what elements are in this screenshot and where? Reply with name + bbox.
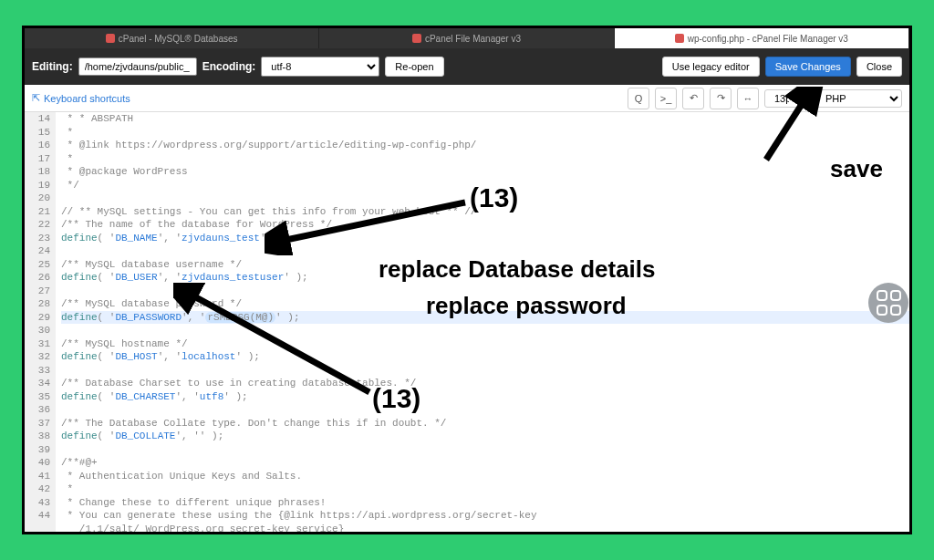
tab-label: cPanel - MySQL® Databases (119, 34, 238, 44)
editor-toolbar: Editing: Encoding: utf-8 Re-open Use leg… (25, 48, 909, 85)
code-editor[interactable]: 1415161718192021222324252627282930313233… (25, 112, 909, 532)
keyboard-shortcuts-link[interactable]: ⇱ Keyboard shortcuts (32, 92, 130, 104)
tab-databases[interactable]: cPanel - MySQL® Databases (25, 28, 319, 48)
close-button[interactable]: Close (856, 57, 902, 77)
tab-wpconfig[interactable]: wp-config.php - cPanel File Manager v3 (615, 28, 909, 48)
language-select[interactable]: PHP (815, 89, 902, 108)
editing-label: Editing: (32, 60, 73, 73)
line-number-gutter: 1415161718192021222324252627282930313233… (25, 112, 56, 532)
fontsize-select[interactable]: 13px (764, 89, 810, 108)
cpanel-icon (106, 34, 115, 43)
tab-label: cPanel File Manager v3 (425, 34, 521, 44)
keyboard-shortcuts-label: Keyboard shortcuts (44, 93, 130, 104)
editor-sub-toolbar: ⇱ Keyboard shortcuts Q >_ ↶ ↷ ↔ 13px PHP (25, 85, 909, 112)
undo-button[interactable]: ↶ (682, 88, 704, 109)
code-content[interactable]: * * ABSPATH * * @link https://wordpress.… (56, 112, 909, 532)
legacy-editor-button[interactable]: Use legacy editor (662, 57, 760, 77)
cpanel-icon (412, 34, 421, 43)
file-path-input[interactable] (78, 57, 197, 76)
wrap-button[interactable]: ↔ (737, 88, 759, 109)
tab-label: wp-config.php - cPanel File Manager v3 (688, 34, 848, 44)
floating-app-widget[interactable] (868, 283, 908, 323)
save-changes-button[interactable]: Save Changes (765, 57, 851, 77)
tab-filemanager[interactable]: cPanel File Manager v3 (319, 28, 614, 48)
cpanel-icon (675, 34, 684, 43)
reopen-button[interactable]: Re-open (385, 57, 443, 77)
goto-button[interactable]: >_ (655, 88, 677, 109)
search-button[interactable]: Q (628, 88, 649, 109)
encoding-select[interactable]: utf-8 (261, 57, 379, 77)
external-link-icon: ⇱ (32, 92, 40, 104)
redo-button[interactable]: ↷ (710, 88, 732, 109)
encoding-label: Encoding: (202, 60, 256, 73)
browser-tabs: cPanel - MySQL® Databases cPanel File Ma… (25, 28, 909, 48)
